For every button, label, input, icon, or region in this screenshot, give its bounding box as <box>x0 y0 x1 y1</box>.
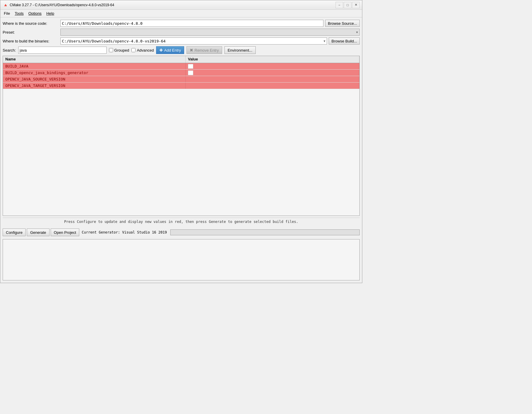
cell-value <box>186 83 359 89</box>
source-input[interactable] <box>60 20 323 27</box>
remove-entry-button[interactable]: ✖ Remove Entry <box>186 46 222 54</box>
cell-name: BUILD_opencv_java_bindings_generator <box>3 70 186 76</box>
table-body: BUILD_JAVA BUILD_opencv_java_bindings_ge… <box>3 63 359 216</box>
main-window: 🔺 CMake 3.27.7 - C:/Users/AYU/Downloads/… <box>0 0 362 283</box>
cell-name: OPENCV_JAVA_SOURCE_VERSION <box>3 76 186 82</box>
bottom-row: Configure Generate Open Project Current … <box>3 227 360 237</box>
cell-value[interactable] <box>186 70 359 76</box>
table-row: OPENCV_JAVA_TARGET_VERSION <box>3 83 359 89</box>
menu-help[interactable]: Help <box>44 10 57 17</box>
title-bar: 🔺 CMake 3.27.7 - C:/Users/AYU/Downloads/… <box>0 0 362 10</box>
progress-bar <box>170 229 360 235</box>
minimize-button[interactable]: − <box>336 2 343 8</box>
entries-table: Name Value BUILD_JAVA BUILD_opencv_java_… <box>3 56 360 216</box>
table-header: Name Value <box>3 56 359 63</box>
preset-select[interactable] <box>60 29 360 36</box>
app-icon: 🔺 <box>3 2 8 8</box>
build-select[interactable]: C:/Users/AYU/Downloads/opencv-4.8.0-vs20… <box>60 37 327 45</box>
configure-button[interactable]: Configure <box>3 229 26 236</box>
add-entry-button[interactable]: ✚ Add Entry <box>156 46 184 54</box>
browse-source-button[interactable]: Browse Source... <box>325 20 360 27</box>
log-area <box>3 239 360 280</box>
title-bar-controls: − □ ✕ <box>336 2 360 8</box>
cell-name: OPENCV_JAVA_TARGET_VERSION <box>3 83 186 89</box>
preset-row: Preset: ▼ <box>3 29 360 36</box>
remove-icon: ✖ <box>190 48 193 52</box>
search-input[interactable] <box>18 47 107 54</box>
name-column-header: Name <box>3 56 186 63</box>
advanced-label: Advanced <box>137 48 154 52</box>
table-row: OPENCV_JAVA_SOURCE_VERSION <box>3 76 359 83</box>
grouped-label: Grouped <box>114 48 129 52</box>
build-label: Where to build the binaries: <box>3 39 59 43</box>
source-label: Where is the source code: <box>3 21 59 26</box>
open-project-button[interactable]: Open Project <box>51 229 80 236</box>
preset-label: Preset: <box>3 30 59 34</box>
menu-bar: File Tools Options Help <box>0 10 362 17</box>
checkbox-cell[interactable] <box>188 64 193 69</box>
add-entry-label: Add Entry <box>164 48 181 52</box>
build-row: Where to build the binaries: C:/Users/AY… <box>3 37 360 45</box>
plus-icon: ✚ <box>159 48 163 52</box>
generate-button[interactable]: Generate <box>27 229 49 236</box>
search-row: Search: Grouped Advanced ✚ Add Entry ✖ R… <box>3 46 360 54</box>
grouped-checkbox-group: Grouped <box>109 48 129 52</box>
checkbox-cell[interactable] <box>188 70 193 75</box>
menu-options[interactable]: Options <box>26 10 44 17</box>
menu-file[interactable]: File <box>1 10 12 17</box>
cell-value <box>186 76 359 82</box>
browse-build-button[interactable]: Browse Build... <box>329 37 360 45</box>
advanced-checkbox-group: Advanced <box>131 48 154 52</box>
preset-select-wrapper: ▼ <box>60 29 360 36</box>
source-row: Where is the source code: Browse Source.… <box>3 20 360 27</box>
menu-tools[interactable]: Tools <box>12 10 26 17</box>
environment-button[interactable]: Environment... <box>224 46 256 54</box>
table-row: BUILD_JAVA <box>3 63 359 70</box>
close-button[interactable]: ✕ <box>352 2 360 8</box>
search-label: Search: <box>3 48 16 52</box>
cell-name: BUILD_JAVA <box>3 63 186 69</box>
build-select-wrapper: C:/Users/AYU/Downloads/opencv-4.8.0-vs20… <box>60 37 327 45</box>
advanced-checkbox[interactable] <box>131 48 136 52</box>
generator-text: Current Generator: Visual Studio 16 2019 <box>82 230 167 234</box>
remove-entry-label: Remove Entry <box>194 48 219 52</box>
value-column-header: Value <box>186 56 359 63</box>
cell-value[interactable] <box>186 63 359 69</box>
restore-button[interactable]: □ <box>344 2 351 8</box>
status-bar: Press Configure to update and display ne… <box>3 218 360 226</box>
table-row: BUILD_opencv_java_bindings_generator <box>3 70 359 76</box>
main-content: Where is the source code: Browse Source.… <box>0 17 362 283</box>
title-bar-text: CMake 3.27.7 - C:/Users/AYU/Downloads/op… <box>10 3 336 7</box>
grouped-checkbox[interactable] <box>109 48 113 52</box>
